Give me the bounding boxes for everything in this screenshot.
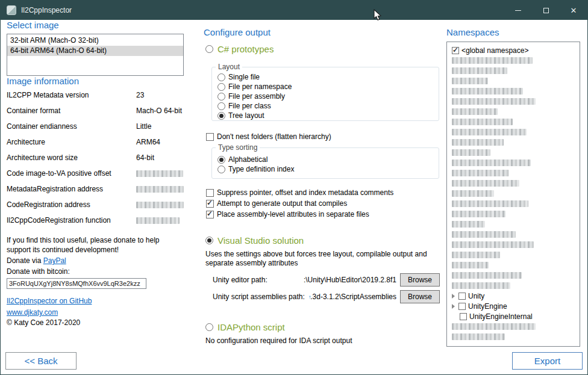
radio-option[interactable]: File per assembly: [217, 91, 439, 101]
checkbox-option[interactable]: Place assembly-level attributes in separ…: [206, 209, 393, 220]
namespace-item-redacted[interactable]: [447, 219, 580, 229]
namespace-item-redacted[interactable]: [447, 137, 580, 147]
namespace-item[interactable]: UnityEngineInternal: [447, 311, 580, 321]
visual-studio-label: Visual Studio solution: [217, 235, 304, 246]
image-listbox[interactable]: 32-bit ARM (Mach-O 32-bit)64-bit ARM64 (…: [7, 34, 184, 76]
idapython-option[interactable]: IDAPython script: [205, 322, 285, 332]
redacted-namespace: [452, 180, 519, 187]
csharp-radio-icon[interactable]: [205, 45, 213, 53]
namespace-checkbox[interactable]: [460, 313, 467, 320]
radio-option[interactable]: Alphabetical: [217, 155, 439, 164]
namespace-item[interactable]: UnityEngine: [447, 301, 580, 311]
info-label: Il2CppCodeRegistration function: [7, 216, 136, 225]
paypal-link[interactable]: PayPal: [43, 256, 66, 265]
titlebar[interactable]: Il2CppInspector ✕: [1, 1, 587, 20]
namespace-item-redacted[interactable]: [447, 55, 580, 66]
donate-text: If you find this tool useful, please don…: [7, 235, 184, 255]
radio-option[interactable]: Single file: [217, 72, 439, 82]
namespace-item-redacted[interactable]: [447, 127, 580, 137]
browse-editor-button[interactable]: Browse: [400, 273, 440, 287]
radio-icon[interactable]: [217, 102, 225, 110]
namespace-checkbox[interactable]: [452, 47, 459, 54]
redacted-namespace: [452, 211, 505, 217]
namespace-item-redacted[interactable]: [447, 229, 580, 240]
namespaces-list[interactable]: <global namespace>UnityUnityEngineUnityE…: [446, 42, 580, 347]
checkbox-icon[interactable]: [206, 189, 214, 197]
namespace-checkbox[interactable]: [458, 293, 466, 300]
namespace-item-redacted[interactable]: [447, 321, 580, 332]
namespace-item[interactable]: <global namespace>: [447, 45, 580, 55]
image-list-item[interactable]: 32-bit ARM (Mach-O 32-bit): [7, 36, 183, 46]
checkbox-option[interactable]: Suppress pointer, offset and index metad…: [206, 187, 393, 198]
namespace-label: UnityEngineInternal: [469, 312, 533, 321]
checkbox-icon[interactable]: [206, 133, 214, 141]
info-label: Architecture word size: [7, 153, 136, 162]
redacted-namespace: [452, 98, 536, 105]
github-link[interactable]: Il2CppInspector on GitHub: [7, 297, 92, 305]
unity-script-path-field[interactable]: ate.3d-3.1.2\ScriptAssemblies: [310, 293, 396, 301]
namespace-item-redacted[interactable]: [447, 209, 580, 219]
website-link[interactable]: www.djkaty.com: [7, 308, 58, 317]
export-button[interactable]: Export: [512, 352, 583, 370]
radio-option[interactable]: File per class: [217, 101, 439, 111]
namespace-item-redacted[interactable]: [447, 117, 580, 127]
namespace-item-redacted[interactable]: [447, 240, 580, 250]
unity-editor-path-field[interactable]: :\Unity\Hub\Editor\2019.2.8f1: [272, 276, 396, 284]
visual-studio-option[interactable]: Visual Studio solution: [205, 235, 304, 246]
checkbox-option[interactable]: Attempt to generate output that compiles: [206, 198, 393, 209]
namespace-item-redacted[interactable]: [447, 260, 580, 270]
checkbox-icon[interactable]: [206, 200, 214, 208]
radio-icon[interactable]: [217, 156, 225, 164]
namespaces-panel: Namespaces <global namespace>UnityUnityE…: [446, 20, 580, 347]
checkbox-option-label: Don't nest folders (flatten hierarchy): [217, 132, 331, 141]
namespace-item-redacted[interactable]: [447, 158, 580, 168]
namespace-checkbox[interactable]: [458, 303, 466, 310]
namespace-item-redacted[interactable]: [447, 96, 580, 107]
expander-icon[interactable]: [452, 294, 455, 299]
maximize-button[interactable]: [532, 1, 560, 20]
radio-icon[interactable]: [217, 166, 225, 173]
namespace-item-redacted[interactable]: [447, 178, 580, 188]
unity-script-path-text: ate.3d-3.1.2\ScriptAssemblies: [310, 293, 396, 301]
browse-script-button[interactable]: Browse: [400, 290, 440, 303]
namespace-item-redacted[interactable]: [447, 332, 580, 342]
namespace-item-redacted[interactable]: [447, 76, 580, 86]
radio-icon[interactable]: [217, 112, 225, 120]
configure-output-panel: Configure output C# prototypes Layout Si…: [204, 20, 440, 375]
minimize-button[interactable]: [504, 1, 532, 20]
visual-studio-radio-icon[interactable]: [205, 237, 213, 244]
back-button[interactable]: << Back: [5, 352, 77, 370]
namespace-item-redacted[interactable]: [447, 188, 580, 199]
info-label: Code image-to-VA positive offset: [7, 169, 136, 178]
radio-option[interactable]: Type definition index: [217, 164, 439, 174]
namespace-item-redacted[interactable]: [447, 250, 580, 260]
namespace-item-redacted[interactable]: [447, 280, 580, 291]
redacted-namespace: [452, 170, 509, 176]
unity-script-path-label: Unity script assemblies path:: [213, 293, 305, 301]
checkbox-option-label: Attempt to generate output that compiles: [217, 199, 347, 208]
bitcoin-address-input[interactable]: [7, 278, 146, 289]
idapython-radio-icon[interactable]: [205, 323, 213, 331]
csharp-prototypes-option[interactable]: C# prototypes: [205, 44, 274, 54]
namespace-item-redacted[interactable]: [447, 168, 580, 178]
checkbox-option[interactable]: Don't nest folders (flatten hierarchy): [206, 132, 331, 141]
expander-icon[interactable]: [452, 304, 455, 309]
unity-editor-path-label: Unity editor path:: [213, 276, 267, 284]
info-row: Il2CppCodeRegistration function: [7, 216, 184, 232]
namespace-item-redacted[interactable]: [447, 147, 580, 158]
radio-icon[interactable]: [217, 93, 225, 101]
namespace-item-redacted[interactable]: [447, 270, 580, 280]
namespace-item-redacted[interactable]: [447, 86, 580, 96]
namespace-item-redacted[interactable]: [447, 107, 580, 117]
namespace-item-redacted[interactable]: [447, 199, 580, 209]
close-button[interactable]: ✕: [560, 1, 587, 20]
namespace-item[interactable]: Unity: [447, 291, 580, 301]
checkbox-icon[interactable]: [206, 211, 214, 218]
radio-option[interactable]: Tree layout: [217, 111, 439, 120]
app-window: Il2CppInspector ✕ Select image 32-bit AR…: [0, 0, 588, 375]
radio-icon[interactable]: [217, 83, 225, 91]
image-list-item[interactable]: 64-bit ARM64 (Mach-O 64-bit): [7, 46, 183, 56]
namespace-item-redacted[interactable]: [447, 66, 580, 76]
radio-icon[interactable]: [217, 73, 225, 81]
radio-option[interactable]: File per namespace: [217, 82, 439, 91]
